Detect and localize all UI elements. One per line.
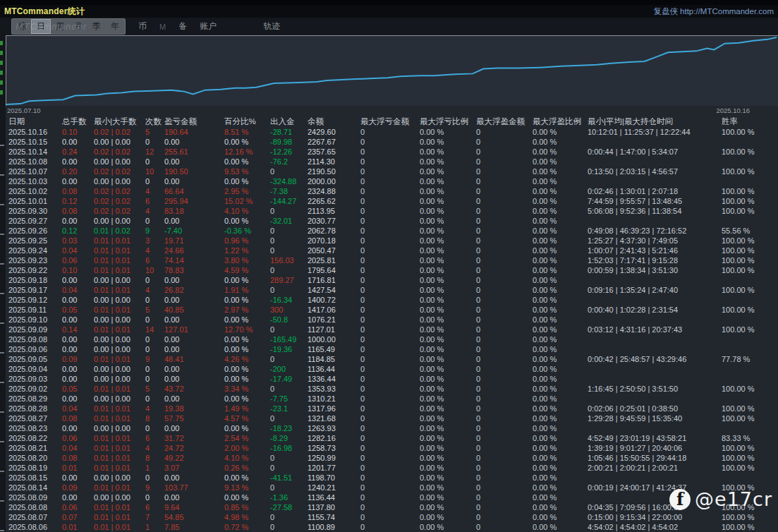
column-header-12[interactable]: 最小|平均|最大持仓时间 — [588, 116, 722, 127]
table-row[interactable]: 2025.10.030.000.00 | 0.0000.000.00 %-324… — [6, 176, 778, 186]
cell: 0.08 — [62, 453, 94, 463]
table-row[interactable]: 2025.09.120.000.00 | 0.0000.000.00 %-16.… — [6, 295, 778, 305]
period-button-日[interactable]: 日 — [31, 19, 51, 34]
column-header-10[interactable]: 最大浮盈金额 — [476, 116, 533, 127]
column-header-4[interactable]: 盈亏金额 — [164, 116, 224, 127]
cell: 0.00 | 0.00 — [94, 334, 145, 344]
tool-button-M[interactable]: M — [159, 23, 166, 31]
table-row[interactable]: 2025.09.020.050.01 | 0.01543.723.34 %013… — [6, 384, 778, 394]
table-row[interactable]: 2025.09.170.040.01 | 0.01426.821.91 %014… — [6, 285, 778, 295]
cell: 12.16 % — [224, 147, 270, 157]
cell: 0.00 % — [533, 473, 588, 483]
page-title: MTCommander统计 — [4, 6, 85, 18]
table-row[interactable]: 2025.09.080.000.00 | 0.0000.000.00 %-165… — [6, 334, 778, 344]
table-row[interactable]: 2025.10.020.080.02 | 0.02466.642.95 %-7.… — [6, 186, 778, 196]
cell: 0 — [360, 127, 420, 137]
cell: 0.00 % — [420, 127, 476, 137]
cell: 0 — [476, 176, 533, 186]
table-row[interactable]: 2025.08.070.070.01 | 0.01754.854.98 %011… — [6, 512, 778, 522]
cell: 0.00 % — [533, 364, 588, 374]
column-header-13[interactable]: 胜率 — [722, 116, 778, 127]
period-button-月[interactable]: 月 — [69, 20, 87, 33]
table-row[interactable]: 2025.10.160.100.02 | 0.025190.648.51 %-2… — [6, 127, 778, 137]
table-row[interactable]: 2025.09.100.000.00 | 0.0000.000.00 %-50.… — [6, 315, 778, 325]
cell: 0 — [360, 246, 420, 255]
table-row[interactable]: 2025.10.140.240.02 | 0.0212255.6112.16 %… — [6, 147, 778, 157]
header-link[interactable]: 复盘侠 http://MTCommander.com — [653, 6, 774, 17]
cell: 0 — [360, 374, 420, 384]
period-button-年[interactable]: 年 — [106, 20, 124, 33]
column-header-2[interactable]: 最小|大手数 — [94, 116, 145, 127]
table-row[interactable]: 2025.09.180.000.00 | 0.0000.000.00 %289.… — [6, 275, 778, 285]
table-row[interactable]: 2025.09.090.140.01 | 0.0114127.0112.70 %… — [6, 325, 778, 334]
table-row[interactable]: 2025.10.080.000.00 | 0.0000.000.00 %-76.… — [6, 157, 778, 167]
cell: 0.00 % — [533, 285, 588, 295]
equity-curve-chart[interactable] — [6, 35, 778, 106]
cell: 0.00 % — [420, 236, 476, 246]
table-row[interactable]: 2025.08.280.040.01 | 0.01419.381.49 %-23… — [6, 404, 778, 413]
table-row[interactable]: 2025.08.220.060.01 | 0.01631.722.54 %-8.… — [6, 433, 778, 443]
x-axis-end-label: 2025.10.16 — [716, 107, 750, 114]
cell: 3 — [145, 236, 164, 246]
table-row[interactable]: 2025.09.050.090.01 | 0.01948.414.26 %011… — [6, 354, 778, 364]
period-button-周[interactable]: 周 — [51, 20, 69, 33]
column-header-0[interactable]: 日期 — [6, 116, 62, 127]
period-button-季[interactable]: 季 — [87, 20, 106, 33]
cell: 0 — [476, 344, 533, 354]
table-row[interactable]: 2025.09.110.050.01 | 0.01540.852.97 %300… — [6, 305, 778, 315]
cell: 74.14 — [164, 255, 224, 265]
cell: 0 — [476, 275, 533, 285]
column-header-9[interactable]: 最大浮亏比例 — [420, 116, 476, 127]
cell: 100.00 % — [722, 206, 778, 216]
table-row[interactable]: 2025.09.260.120.01 | 0.029-7.40-0.36 %02… — [6, 226, 778, 236]
table-row[interactable]: 2025.08.230.000.00 | 0.0000.000.00 %-18.… — [6, 423, 778, 433]
column-header-3[interactable]: 次数 — [145, 116, 164, 127]
cell: 0.00 % — [533, 443, 588, 453]
cell: 0.04 — [62, 246, 94, 255]
column-header-8[interactable]: 最大浮亏金额 — [360, 116, 420, 127]
tool-button-轨迹[interactable]: 轨迹 — [263, 20, 280, 32]
table-row[interactable]: 2025.09.220.100.01 | 0.011078.834.59 %01… — [6, 265, 778, 275]
column-header-5[interactable]: 百分比% — [224, 116, 270, 127]
table-row[interactable]: 2025.08.140.090.01 | 0.019103.779.13 %01… — [6, 483, 778, 492]
table-row[interactable]: 2025.10.150.000.00 | 0.0000.000.00 %-89.… — [6, 137, 778, 147]
cell: 2429.60 — [308, 127, 360, 137]
table-row[interactable]: 2025.09.300.080.02 | 0.02483.184.10 %021… — [6, 206, 778, 216]
table-row[interactable]: 2025.08.200.080.01 | 0.01849.224.10 %012… — [6, 453, 778, 463]
table-row[interactable]: 2025.08.080.060.01 | 0.0169.640.85 %-27.… — [6, 502, 778, 512]
cell: 0 — [476, 374, 533, 384]
column-header-11[interactable]: 最大浮盈比例 — [533, 116, 588, 127]
column-header-1[interactable]: 总手数 — [62, 116, 94, 127]
cell: 0.01 | 0.01 — [94, 354, 145, 364]
table-row[interactable]: 2025.09.250.030.01 | 0.01319.710.96 %020… — [6, 236, 778, 246]
window-top-border — [0, 0, 778, 5]
cell: 10 — [145, 167, 164, 176]
cell: 0 — [270, 226, 308, 236]
period-button-综[interactable]: 综 — [13, 20, 31, 33]
cell: 4:54:02 | 4:54:02 | 4:54:02 — [588, 522, 722, 532]
cell: 0.00 % — [420, 216, 476, 226]
table-row[interactable]: 2025.08.290.000.00 | 0.0000.000.00 %-7.7… — [6, 394, 778, 404]
table-row[interactable]: 2025.10.010.120.02 | 0.026295.9415.02 %-… — [6, 196, 778, 206]
table-row[interactable]: 2025.08.270.080.01 | 0.01857.754.57 %013… — [6, 413, 778, 423]
table-row[interactable]: 2025.08.090.000.00 | 0.0000.000.00 %-1.3… — [6, 492, 778, 502]
cell: 57.75 — [164, 413, 224, 423]
table-row[interactable]: 2025.09.030.000.00 | 0.0000.000.00 %-17.… — [6, 374, 778, 384]
column-header-7[interactable]: 余额 — [308, 116, 360, 127]
table-row[interactable]: 2025.09.240.040.01 | 0.01424.661.22 %020… — [6, 246, 778, 255]
table-row[interactable]: 2025.09.270.000.00 | 0.0000.000.00 %-32.… — [6, 216, 778, 226]
table-row[interactable]: 2025.08.150.000.00 | 0.0000.000.00 %-41.… — [6, 473, 778, 483]
toolbar: MTCommander 综日周月季年 币M备账户轨迹 — [0, 18, 778, 35]
table-row[interactable]: 2025.09.230.060.01 | 0.01674.143.80 %156… — [6, 255, 778, 265]
table-row[interactable]: 2025.08.190.010.01 | 0.0113.070.26 %0120… — [6, 463, 778, 473]
tool-button-账户[interactable]: 账户 — [200, 20, 217, 32]
column-header-6[interactable]: 出入金 — [270, 116, 308, 127]
table-row[interactable]: 2025.09.040.000.00 | 0.0000.000.00 %-200… — [6, 364, 778, 374]
tool-button-备[interactable]: 备 — [178, 20, 187, 32]
table-row[interactable]: 2025.08.060.010.01 | 0.0117.850.72 %0110… — [6, 522, 778, 532]
cell: 0.00 % — [420, 473, 476, 483]
table-row[interactable]: 2025.09.060.000.00 | 0.0000.000.00 %-19.… — [6, 344, 778, 354]
table-row[interactable]: 2025.08.210.040.01 | 0.01424.722.00 %-16… — [6, 443, 778, 453]
tool-button-币[interactable]: 币 — [138, 20, 147, 32]
table-row[interactable]: 2025.10.070.200.02 | 0.0210190.509.53 %0… — [6, 167, 778, 176]
